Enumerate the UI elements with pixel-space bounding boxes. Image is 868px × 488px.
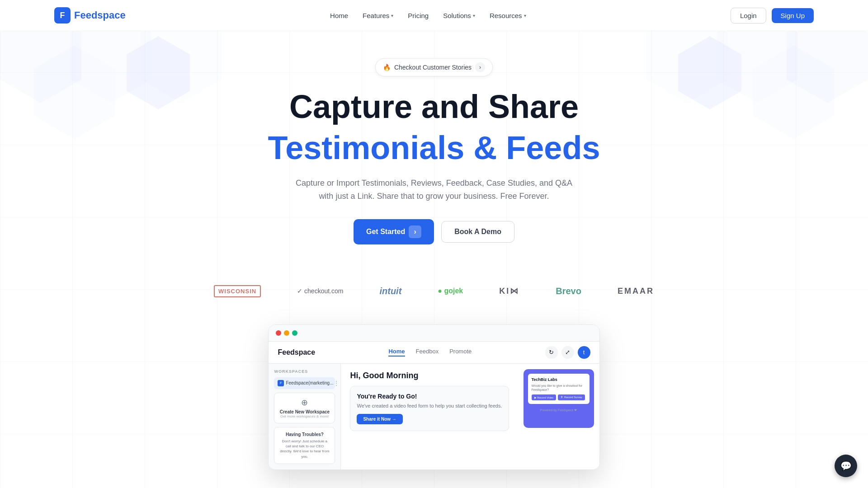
app-demo-title: TechBiz Labs: [532, 377, 586, 382]
app-nav-links: Home Feedbox Promote: [388, 348, 472, 357]
navbar: F Feedspace Home Features ▾ Pricing Solu…: [0, 0, 868, 31]
logo-emaar: EMAAR: [618, 286, 654, 296]
app-nav: Feedspace Home Feedbox Promote ↻ ⤢ t: [269, 342, 599, 364]
logo-wisconsin: WISCONSIN: [214, 285, 261, 297]
titlebar-close[interactable]: [276, 330, 281, 336]
nav-features[interactable]: Features ▾: [363, 12, 393, 19]
app-right-panel: TechBiz Labs Would you like to give a sh…: [518, 364, 599, 469]
hero-buttons: Get Started › Book A Demo: [90, 219, 778, 244]
titlebar-minimize[interactable]: [284, 330, 289, 336]
app-workspace-item[interactable]: F Feedspace(marketing... ⋮: [274, 377, 335, 389]
app-create-ws-sub: Get more workspaces & more!: [279, 414, 330, 418]
app-sidebar: WORKSPACES F Feedspace(marketing... ⋮ ⊕ …: [269, 364, 341, 469]
app-troubles-card: Having Troubles? Don't worry! Just sched…: [274, 427, 335, 464]
app-icon-user[interactable]: t: [578, 346, 590, 359]
nav-resources[interactable]: Resources ▾: [490, 12, 526, 19]
nav-home[interactable]: Home: [330, 12, 348, 19]
app-greeting: Hi, Good Morning: [350, 371, 509, 380]
app-demo-btn-video[interactable]: ▶ Record Video: [532, 394, 557, 400]
logo-intuit: intuit: [379, 286, 401, 296]
app-nav-feedbox[interactable]: Feedbox: [416, 348, 439, 357]
app-screenshot-container: Feedspace Home Feedbox Promote ↻ ⤢ t WOR…: [0, 311, 868, 488]
app-powered-by: Powered by Feedspace ❤: [524, 408, 594, 412]
app-create-ws-title: Create New Workspace: [279, 409, 330, 414]
logo[interactable]: F Feedspace: [54, 7, 126, 23]
get-started-button[interactable]: Get Started ›: [354, 219, 434, 244]
nav-solutions[interactable]: Solutions ▾: [443, 12, 475, 19]
app-main: Hi, Good Morning You're Ready to Go! We'…: [341, 364, 518, 469]
app-create-workspace[interactable]: ⊕ Create New Workspace Get more workspac…: [274, 393, 335, 423]
arrow-icon: ›: [409, 225, 421, 238]
app-troubles-sub: Don't worry! Just schedule a call and ta…: [279, 439, 330, 459]
titlebar-maximize[interactable]: [292, 330, 297, 336]
app-workspace-name: Feedspace(marketing...: [286, 380, 333, 385]
logo-kia: KI⋈: [499, 286, 519, 296]
hero-title-line1: Capture and Share: [90, 89, 778, 125]
app-demo-card: TechBiz Labs Would you like to give a sh…: [524, 369, 594, 428]
app-icon-share[interactable]: ⤢: [561, 346, 574, 359]
app-nav-home[interactable]: Home: [388, 348, 405, 357]
logo-brevo: Brevo: [556, 286, 581, 296]
nav-links: Home Features ▾ Pricing Solutions ▾ Reso…: [330, 12, 526, 19]
logo-checkout: ✓ checkout.com: [297, 287, 343, 295]
badge-icon: 🔥: [383, 64, 391, 71]
hero-title-line2: Testimonials & Feeds: [90, 130, 778, 166]
app-ready-sub: We've created a video feed form to help …: [357, 403, 502, 409]
nav-pricing[interactable]: Pricing: [408, 12, 429, 19]
signup-button[interactable]: Sign Up: [772, 8, 814, 23]
nav-actions: Login Sign Up: [731, 8, 814, 23]
create-workspace-icon: ⊕: [279, 398, 330, 408]
badge-text: Checkout Customer Stories: [394, 64, 472, 71]
app-titlebar: [269, 325, 599, 342]
app-icon-refresh[interactable]: ↻: [545, 346, 558, 359]
app-demo-question: Would you like to give a shoutout for Fe…: [532, 384, 586, 392]
app-demo-btn-audio[interactable]: 🎙 Record Survey: [558, 394, 585, 400]
hero-badge[interactable]: 🔥 Checkout Customer Stories ›: [375, 58, 493, 76]
hero-section: 🔥 Checkout Customer Stories › Capture an…: [0, 31, 868, 263]
chat-icon: 💬: [840, 460, 852, 471]
app-troubles-title: Having Troubles?: [279, 432, 330, 437]
app-nav-promote[interactable]: Promote: [449, 348, 472, 357]
logos-section: WISCONSIN ✓ checkout.com intuit ● gojek …: [0, 272, 868, 311]
hero-subtitle: Capture or Import Testimonials, Reviews,…: [294, 177, 574, 203]
app-share-button[interactable]: Share it Now →: [357, 414, 402, 424]
app-ready-card: You're Ready to Go! We've created a vide…: [350, 386, 509, 431]
logo-text: Feedspace: [74, 9, 126, 21]
logo-icon: F: [54, 7, 71, 23]
app-body: WORKSPACES F Feedspace(marketing... ⋮ ⊕ …: [269, 364, 599, 469]
app-demo-inner: TechBiz Labs Would you like to give a sh…: [528, 374, 590, 404]
app-sidebar-label: WORKSPACES: [274, 369, 335, 374]
app-brand: Feedspace: [278, 348, 315, 357]
app-ready-title: You're Ready to Go!: [357, 393, 502, 400]
logo-gojek: ● gojek: [438, 287, 463, 295]
app-demo-buttons: ▶ Record Video 🎙 Record Survey: [532, 394, 586, 400]
login-button[interactable]: Login: [731, 8, 766, 23]
chat-bubble[interactable]: 💬: [835, 455, 857, 477]
badge-arrow: ›: [475, 62, 485, 72]
book-demo-button[interactable]: Book A Demo: [441, 221, 514, 243]
app-screenshot: Feedspace Home Feedbox Promote ↻ ⤢ t WOR…: [268, 324, 599, 470]
app-nav-icons: ↻ ⤢ t: [545, 346, 590, 359]
